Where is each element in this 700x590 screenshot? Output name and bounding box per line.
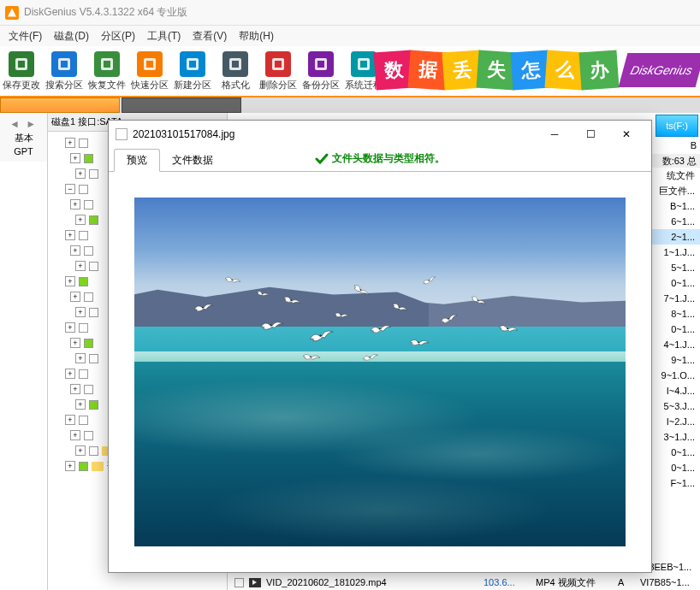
file-fragment-text: 3~1.J...: [664, 432, 695, 442]
expand-icon[interactable]: +: [70, 384, 80, 394]
tab-preview[interactable]: 预览: [114, 149, 160, 172]
checkbox[interactable]: [79, 139, 88, 148]
file-fragment-text: I~2.J...: [667, 416, 695, 427]
expand-icon[interactable]: +: [70, 292, 80, 302]
checkbox[interactable]: [84, 339, 93, 348]
file-code: VI7B85~1...: [640, 577, 700, 587]
checkbox[interactable]: [79, 416, 88, 425]
checkbox[interactable]: [79, 462, 88, 471]
toolbar-icon: [9, 51, 34, 77]
expand-icon[interactable]: +: [65, 369, 75, 379]
menu-item-0[interactable]: 文件(F): [3, 27, 47, 45]
checkbox[interactable]: [79, 231, 88, 240]
file-fragment-text: 9~1...: [671, 355, 695, 365]
checkbox[interactable]: [89, 262, 98, 271]
menu-item-5[interactable]: 帮助(H): [234, 27, 279, 45]
svg-rect-3: [61, 61, 68, 68]
menu-item-1[interactable]: 磁盘(D): [49, 27, 94, 45]
partition-tab-active[interactable]: [0, 97, 120, 113]
check-icon: [315, 152, 329, 166]
collapse-icon[interactable]: −: [65, 184, 75, 194]
preview-status-text: 文件头数据与类型相符。: [332, 151, 445, 166]
menu-bar: 文件(F)磁盘(D)分区(P)工具(T)查看(V)帮助(H): [0, 26, 700, 46]
svg-point-33: [369, 356, 371, 357]
svg-rect-7: [146, 61, 153, 68]
expand-icon[interactable]: +: [65, 322, 75, 333]
checkbox[interactable]: [234, 578, 244, 587]
checkbox[interactable]: [89, 354, 98, 363]
close-button[interactable]: ✕: [608, 122, 644, 146]
banner-tile: 办: [579, 50, 620, 91]
file-fragment-text: 9~1.O...: [661, 370, 695, 381]
expand-icon[interactable]: +: [75, 307, 86, 317]
minimize-button[interactable]: ─: [537, 122, 572, 146]
checkbox[interactable]: [79, 369, 88, 379]
file-fragment-text: 0~1...: [671, 463, 695, 473]
checkbox[interactable]: [89, 308, 98, 317]
toolbar-label: 恢复文件: [88, 79, 126, 91]
promo-banner[interactable]: 数据丢失怎么办DiskGenius: [375, 46, 700, 94]
toolbar-label: 保存更改: [3, 79, 40, 91]
svg-point-32: [310, 356, 311, 357]
nav-arrows-icon[interactable]: ◄ ►: [0, 118, 47, 130]
expand-icon[interactable]: +: [65, 461, 75, 471]
expand-icon[interactable]: +: [65, 230, 75, 240]
toolbar-label: 格式化: [222, 79, 250, 91]
file-fragment-text: B~1...: [670, 201, 695, 211]
expand-icon[interactable]: +: [75, 261, 86, 271]
menu-item-3[interactable]: 工具(T): [142, 27, 186, 45]
preview-title-bar[interactable]: 202103101517084.jpg ─ ☐ ✕: [109, 121, 651, 148]
checkbox[interactable]: [84, 200, 93, 209]
toolbar-新建分区[interactable]: 新建分区: [171, 46, 214, 96]
file-fragment-text: 5~3.J...: [664, 401, 695, 411]
checkbox[interactable]: [84, 292, 93, 302]
expand-icon[interactable]: +: [65, 276, 75, 286]
expand-icon[interactable]: +: [70, 245, 80, 256]
expand-icon[interactable]: +: [75, 399, 86, 410]
bird-icon: [408, 335, 432, 351]
toolbar-icon: [51, 51, 77, 77]
checkbox[interactable]: [89, 446, 98, 456]
expand-icon[interactable]: +: [70, 338, 80, 348]
partition-tab-inactive[interactable]: [122, 97, 241, 113]
bottom-file-row[interactable]: VID_20210602_181029.mp4103.6...MP4 视频文件A…: [228, 575, 700, 590]
checkbox[interactable]: [84, 154, 93, 163]
checkbox[interactable]: [89, 169, 98, 179]
checkbox[interactable]: [79, 323, 88, 333]
expand-icon[interactable]: +: [70, 199, 80, 209]
checkbox[interactable]: [79, 185, 88, 194]
checkbox[interactable]: [89, 400, 98, 410]
toolbar-删除分区[interactable]: 删除分区: [257, 46, 300, 96]
menu-item-4[interactable]: 查看(V): [187, 27, 232, 45]
checkbox[interactable]: [84, 246, 93, 256]
toolbar-搜索分区[interactable]: 搜索分区: [43, 46, 86, 96]
toolbar-icon: [308, 51, 334, 77]
expand-icon[interactable]: +: [75, 168, 86, 179]
view-mode-block[interactable]: ◄ ► 基本 GPT: [0, 113, 47, 162]
expand-icon[interactable]: +: [75, 215, 86, 225]
checkbox[interactable]: [89, 215, 98, 225]
tab-filedata[interactable]: 文件数据: [160, 150, 225, 171]
svg-rect-11: [232, 61, 239, 68]
expand-icon[interactable]: +: [75, 445, 86, 456]
expand-icon[interactable]: +: [65, 138, 75, 148]
expand-icon[interactable]: +: [70, 153, 80, 163]
checkbox[interactable]: [84, 385, 93, 394]
expand-icon[interactable]: +: [65, 415, 75, 425]
file-fragment-text: 7~1.J...: [664, 293, 695, 304]
toolbar-icon: [180, 51, 205, 77]
drive-badge[interactable]: ts(F:): [656, 115, 698, 137]
checkbox[interactable]: [79, 277, 88, 286]
toolbar-格式化[interactable]: 格式化: [214, 46, 257, 96]
maximize-button[interactable]: ☐: [572, 122, 608, 146]
video-icon: [249, 578, 261, 587]
toolbar-快速分区[interactable]: 快速分区: [128, 46, 171, 96]
menu-item-2[interactable]: 分区(P): [96, 27, 140, 45]
checkbox[interactable]: [84, 431, 93, 440]
expand-icon[interactable]: +: [75, 353, 86, 363]
toolbar-保存更改[interactable]: 保存更改: [0, 46, 43, 96]
gpt-label: GPT: [0, 146, 47, 156]
expand-icon[interactable]: +: [70, 430, 80, 440]
toolbar-恢复文件[interactable]: 恢复文件: [86, 46, 128, 96]
toolbar-备份分区[interactable]: 备份分区: [300, 46, 342, 96]
